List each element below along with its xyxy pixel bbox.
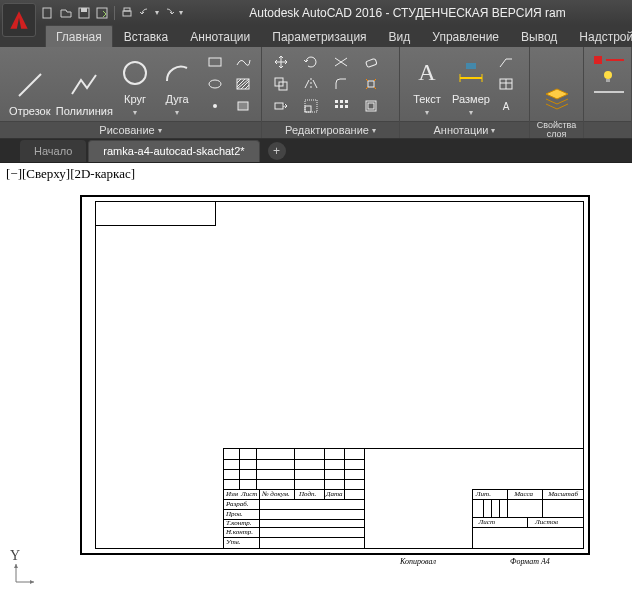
redo-icon[interactable] — [161, 5, 177, 21]
drawing-frame: Изм Лист № докум. Подп. Дата Разраб. Про… — [95, 201, 584, 549]
fillet-icon[interactable] — [327, 74, 355, 94]
chevron-down-icon: ▾ — [469, 108, 473, 117]
hatch-icon[interactable] — [230, 74, 256, 94]
modify-tools — [267, 52, 385, 116]
chevron-down-icon: ▾ — [175, 108, 179, 117]
mtext-icon[interactable]: A — [493, 96, 519, 116]
panel-modify: Редактирование▾ — [262, 47, 400, 138]
svg-rect-23 — [335, 105, 338, 108]
mirror-icon[interactable] — [297, 74, 325, 94]
file-tab[interactable]: ramka-a4-autocad-skachat2* — [88, 140, 259, 162]
table-icon[interactable] — [493, 74, 519, 94]
panel-layers-title[interactable]: Свойства слоя — [530, 121, 583, 138]
rotate-icon[interactable] — [297, 52, 325, 72]
svg-rect-27 — [368, 103, 374, 109]
layer-properties-button[interactable] — [535, 51, 578, 117]
svg-rect-13 — [366, 58, 377, 67]
chevron-down-icon: ▾ — [425, 108, 429, 117]
tab-manage[interactable]: Управление — [421, 25, 510, 47]
drawing-canvas[interactable]: Изм Лист № докум. Подп. Дата Разраб. Про… — [0, 185, 632, 592]
copy-icon[interactable] — [267, 74, 295, 94]
save-icon[interactable] — [76, 5, 92, 21]
panel-modify-title[interactable]: Редактирование▾ — [262, 121, 399, 138]
offset-icon[interactable] — [357, 96, 385, 116]
explode-icon[interactable] — [357, 74, 385, 94]
stretch-icon[interactable] — [267, 96, 295, 116]
dimension-button[interactable]: Размер ▾ — [449, 51, 493, 117]
move-icon[interactable] — [267, 52, 295, 72]
array-icon[interactable] — [327, 96, 355, 116]
tab-insert[interactable]: Вставка — [113, 25, 180, 47]
erase-icon[interactable] — [357, 52, 385, 72]
polyline-button[interactable]: Полилиния — [55, 51, 114, 117]
ribbon: Отрезок Полилиния Круг ▾ Дуга ▾ — [0, 47, 632, 139]
svg-text:A: A — [418, 59, 436, 85]
panel-draw: Отрезок Полилиния Круг ▾ Дуга ▾ — [0, 47, 262, 138]
panel-annotation-title[interactable]: Аннотации▾ — [400, 121, 529, 138]
line-icon — [13, 68, 47, 102]
dimension-label: Размер — [452, 93, 490, 105]
layer-line-icon[interactable] — [589, 85, 629, 99]
svg-rect-4 — [123, 11, 131, 16]
svg-point-39 — [604, 71, 612, 79]
sheet-outline: Изм Лист № докум. Подп. Дата Разраб. Про… — [80, 195, 590, 555]
line-button[interactable]: Отрезок — [5, 51, 55, 117]
panel-layers: Свойства слоя — [530, 47, 584, 138]
svg-point-11 — [213, 104, 217, 108]
svg-line-6 — [19, 74, 41, 96]
undo-dropdown-icon[interactable]: ▾ — [155, 8, 159, 17]
tab-annotate[interactable]: Аннотации — [179, 25, 261, 47]
undo-icon[interactable] — [137, 5, 153, 21]
circle-button[interactable]: Круг ▾ — [114, 51, 156, 117]
tab-output[interactable]: Вывод — [510, 25, 568, 47]
arc-label: Дуга — [165, 93, 188, 105]
saveas-icon[interactable] — [94, 5, 110, 21]
circle-icon — [118, 56, 152, 90]
trim-icon[interactable] — [327, 52, 355, 72]
lightbulb-icon[interactable] — [589, 69, 629, 83]
leader-icon[interactable] — [493, 52, 519, 72]
region-icon[interactable] — [230, 96, 256, 116]
tab-view[interactable]: Вид — [378, 25, 422, 47]
open-icon[interactable] — [58, 5, 74, 21]
spline-icon[interactable] — [230, 52, 256, 72]
rectangle-icon[interactable] — [202, 52, 228, 72]
start-tab[interactable]: Начало — [20, 140, 86, 162]
panel-draw-title[interactable]: Рисование▾ — [0, 121, 261, 138]
panel-partial-title — [584, 121, 631, 138]
svg-rect-2 — [81, 8, 87, 12]
tab-home[interactable]: Главная — [45, 25, 113, 47]
title-bar: ▾ ▾ Autodesk AutoCAD 2016 - СТУДЕНЧЕСКАЯ… — [0, 0, 632, 25]
window-title: Autodesk AutoCAD 2016 - СТУДЕНЧЕСКАЯ ВЕР… — [183, 6, 632, 20]
svg-point-9 — [209, 80, 221, 88]
chevron-down-icon: ▾ — [133, 108, 137, 117]
viewport-controls[interactable]: [−][Сверху][2D-каркас] — [0, 163, 632, 185]
line-label: Отрезок — [9, 105, 50, 117]
svg-rect-0 — [43, 8, 51, 18]
text-label: Текст — [413, 93, 441, 105]
text-button[interactable]: A Текст ▾ — [405, 51, 449, 117]
new-tab-button[interactable]: + — [268, 142, 286, 160]
ellipse-icon[interactable] — [202, 74, 228, 94]
svg-rect-20 — [335, 100, 338, 103]
draw-small-tools — [202, 52, 256, 116]
svg-rect-18 — [305, 106, 311, 112]
print-icon[interactable] — [119, 5, 135, 21]
arc-button[interactable]: Дуга ▾ — [156, 51, 198, 117]
polyline-icon — [67, 68, 101, 102]
app-menu-button[interactable] — [2, 3, 36, 37]
scale-icon[interactable] — [297, 96, 325, 116]
tab-parametric[interactable]: Параметризация — [261, 25, 377, 47]
svg-rect-40 — [606, 79, 610, 82]
new-icon[interactable] — [40, 5, 56, 21]
tab-addins[interactable]: Надстройки — [568, 25, 632, 47]
layer-color-icon[interactable] — [589, 53, 629, 67]
svg-rect-32 — [466, 63, 476, 69]
layers-icon — [540, 83, 574, 117]
arc-icon — [160, 56, 194, 90]
point-icon[interactable] — [202, 96, 228, 116]
circle-label: Круг — [124, 93, 146, 105]
svg-rect-5 — [124, 8, 130, 11]
svg-rect-37 — [594, 56, 602, 64]
ribbon-tab-strip: Главная Вставка Аннотации Параметризация… — [0, 25, 632, 47]
